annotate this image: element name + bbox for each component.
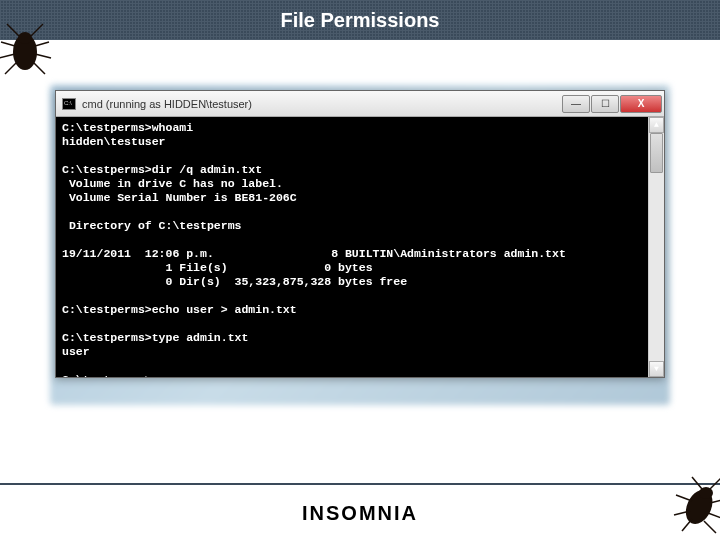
slide-content: cmd (running as HIDDEN\testuser) — ☐ X C… bbox=[0, 40, 720, 470]
terminal-text: C:\testperms>whoami hidden\testuser C:\t… bbox=[62, 121, 566, 377]
slide-title: File Permissions bbox=[281, 9, 440, 31]
maximize-button[interactable]: ☐ bbox=[591, 95, 619, 113]
cockroach-icon bbox=[670, 475, 720, 535]
svg-line-13 bbox=[710, 477, 720, 489]
svg-line-8 bbox=[5, 62, 17, 74]
terminal-output[interactable]: C:\testperms>whoami hidden\testuser C:\t… bbox=[56, 117, 664, 377]
svg-line-4 bbox=[1, 42, 15, 46]
footer-divider bbox=[0, 483, 720, 485]
svg-line-5 bbox=[35, 42, 49, 46]
vertical-scrollbar[interactable]: ▲ ▼ bbox=[648, 117, 664, 377]
svg-line-2 bbox=[7, 24, 19, 36]
svg-line-7 bbox=[35, 54, 51, 58]
svg-line-12 bbox=[692, 477, 702, 489]
footer-brand: INSOMNIA bbox=[0, 502, 720, 525]
svg-point-1 bbox=[18, 32, 32, 44]
cockroach-icon bbox=[0, 20, 55, 80]
window-controls: — ☐ X bbox=[561, 95, 662, 113]
svg-line-3 bbox=[31, 24, 43, 36]
svg-line-19 bbox=[704, 521, 716, 533]
scroll-down-arrow[interactable]: ▼ bbox=[649, 361, 664, 377]
scroll-track[interactable] bbox=[649, 133, 664, 361]
window-title: cmd (running as HIDDEN\testuser) bbox=[82, 98, 561, 110]
close-button[interactable]: X bbox=[620, 95, 662, 113]
svg-line-17 bbox=[708, 513, 720, 519]
cmd-icon bbox=[62, 98, 76, 110]
scroll-up-arrow[interactable]: ▲ bbox=[649, 117, 664, 133]
window-titlebar[interactable]: cmd (running as HIDDEN\testuser) — ☐ X bbox=[56, 91, 664, 117]
scroll-thumb[interactable] bbox=[650, 133, 663, 173]
slide-header: File Permissions bbox=[0, 0, 720, 40]
svg-line-9 bbox=[33, 62, 45, 74]
svg-line-6 bbox=[0, 54, 15, 58]
svg-line-14 bbox=[676, 495, 692, 501]
command-prompt-window: cmd (running as HIDDEN\testuser) — ☐ X C… bbox=[55, 90, 665, 378]
minimize-button[interactable]: — bbox=[562, 95, 590, 113]
svg-line-18 bbox=[682, 519, 692, 531]
